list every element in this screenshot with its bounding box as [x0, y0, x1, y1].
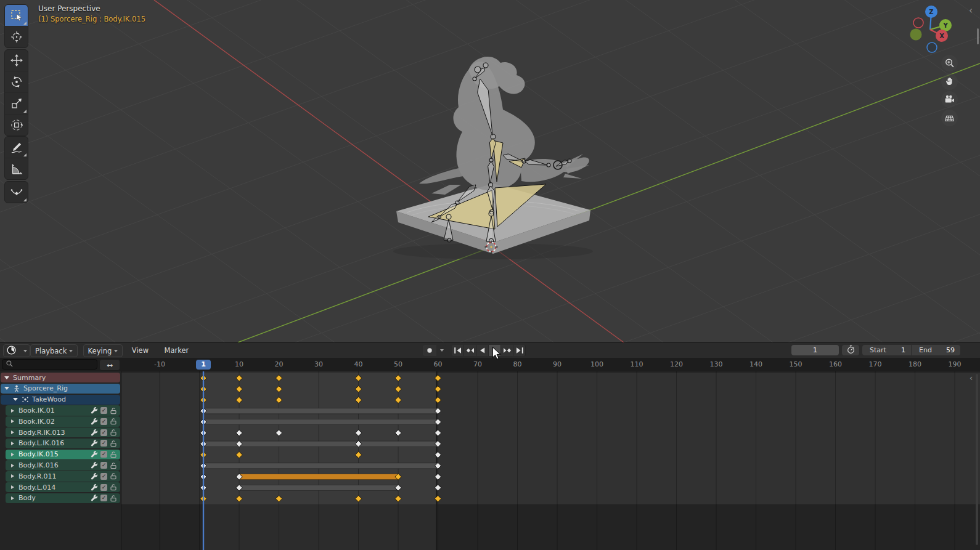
selected-hold-bar[interactable]	[239, 474, 398, 480]
expand--triangle-icon[interactable]	[11, 419, 14, 423]
frame-range-fields: Start 1 End 59	[862, 345, 960, 355]
mute-checkbox[interactable]: ✓	[100, 462, 107, 469]
lock-open-icon[interactable]	[110, 462, 117, 469]
lock-open-icon[interactable]	[110, 407, 117, 415]
viewport-scrollbar[interactable]	[977, 28, 979, 44]
editor-type-button[interactable]	[3, 344, 30, 357]
tool-scale-button[interactable]	[5, 92, 28, 114]
expand--triangle-icon[interactable]	[11, 442, 14, 445]
tool-rotate-button[interactable]	[5, 71, 28, 92]
channel-Body.L.014[interactable]: Body.L.014✓	[6, 482, 120, 492]
modifier-wrench-icon[interactable]	[90, 494, 98, 502]
auto-keying-dropdown[interactable]	[437, 345, 446, 356]
hold-bar[interactable]	[203, 463, 438, 469]
previous-keyframe-button[interactable]	[464, 345, 476, 356]
current-frame-field[interactable]: 1	[791, 345, 839, 355]
mute-checkbox[interactable]: ✓	[100, 495, 107, 501]
next-keyframe-button[interactable]	[501, 345, 513, 356]
jump-to-start-button[interactable]	[452, 345, 464, 356]
mute-checkbox[interactable]: ✓	[100, 440, 107, 447]
expand-collapse-triangle-icon[interactable]	[13, 398, 18, 401]
tool-move-button[interactable]	[5, 50, 28, 71]
lock-open-icon[interactable]	[110, 418, 117, 425]
lock-open-icon[interactable]	[110, 483, 117, 491]
expand--triangle-icon[interactable]	[11, 409, 14, 413]
channel-Body.IK.016[interactable]: Body.IK.016✓	[6, 460, 120, 470]
expand--triangle-icon[interactable]	[11, 464, 14, 467]
modifier-wrench-icon[interactable]	[90, 472, 98, 480]
modifier-wrench-icon[interactable]	[90, 439, 98, 447]
channel-Book.IK.02[interactable]: Book.IK.02✓	[6, 416, 120, 426]
pan-button[interactable]	[941, 73, 958, 90]
mute-checkbox[interactable]: ✓	[100, 407, 107, 414]
channel-Body[interactable]: Body✓	[6, 493, 120, 503]
mute-checkbox[interactable]: ✓	[100, 484, 107, 491]
chevron-down-icon	[69, 350, 73, 352]
hold-bar[interactable]	[203, 408, 438, 414]
3d-viewport[interactable]: User Perspective (1) Sporcere_Rig : Body…	[0, 0, 980, 342]
expand--triangle-icon[interactable]	[11, 496, 14, 500]
lock-open-icon[interactable]	[110, 429, 117, 436]
expand--triangle-icon[interactable]	[11, 485, 14, 489]
tool-cursor-3d-button[interactable]	[5, 26, 28, 47]
end-frame-field[interactable]: End 59	[912, 346, 960, 354]
channel-TakeWood[interactable]: TakeWood	[1, 395, 120, 405]
mute-checkbox[interactable]: ✓	[100, 451, 107, 458]
modifier-wrench-icon[interactable]	[90, 461, 98, 469]
expand--triangle-icon[interactable]	[11, 453, 14, 456]
tool-annotate-button[interactable]	[5, 137, 28, 158]
timeline-collapse-chevron-icon[interactable]: ‹	[970, 374, 973, 382]
lock-open-icon[interactable]	[110, 440, 117, 447]
play-reverse-button[interactable]	[476, 345, 489, 356]
expand--triangle-icon[interactable]	[11, 474, 14, 478]
channel-Body.L.IK.016[interactable]: Body.L.IK.016✓	[6, 439, 120, 448]
menu-view[interactable]: View	[128, 344, 153, 356]
tool-curve-pen-button[interactable]	[5, 182, 28, 203]
channel-Summary[interactable]: Summary	[1, 373, 120, 382]
timeline-ruler[interactable]: -101020304050607080901001101201301401501…	[121, 358, 980, 371]
mute-checkbox[interactable]: ✓	[100, 418, 107, 425]
zoom-button[interactable]	[941, 55, 958, 71]
jump-to-end-button[interactable]	[513, 345, 526, 356]
lock-open-icon[interactable]	[110, 451, 117, 458]
filter-toggle-button[interactable]: ↔	[99, 359, 120, 371]
lock-open-icon[interactable]	[110, 472, 117, 480]
sidebar-collapse-chevron-icon[interactable]: ‹	[969, 6, 973, 15]
mute-checkbox[interactable]: ✓	[100, 429, 107, 436]
play-button[interactable]	[489, 345, 501, 356]
auto-keying-record-button[interactable]	[423, 345, 436, 356]
timeline-scrollbar[interactable]	[976, 374, 978, 545]
camera-view-button[interactable]	[941, 91, 958, 108]
current-frame-indicator[interactable]: 1	[196, 360, 211, 370]
modifier-wrench-icon[interactable]	[90, 483, 98, 491]
hold-bar[interactable]	[203, 419, 438, 425]
modifier-wrench-icon[interactable]	[90, 450, 98, 458]
channel-Book.IK.01[interactable]: Book.IK.01✓	[6, 405, 120, 415]
toggle-projection-button[interactable]	[941, 110, 958, 126]
expand-collapse-triangle-icon[interactable]	[4, 387, 9, 390]
channel-Body.R.IK.013[interactable]: Body.R.IK.013✓	[6, 427, 120, 437]
use-preview-range-button[interactable]	[842, 345, 859, 355]
modifier-wrench-icon[interactable]	[90, 418, 98, 426]
channel-Body.R.011[interactable]: Body.R.011✓	[6, 471, 120, 481]
channel-Sporcere_Rig[interactable]: Sporcere_Rig	[1, 384, 120, 394]
tool-transform-button[interactable]	[5, 114, 28, 135]
menu-marker[interactable]: Marker	[160, 344, 194, 356]
lock-open-icon[interactable]	[110, 495, 117, 502]
tool-tweak-select-box-button[interactable]	[5, 5, 28, 26]
expand-collapse-triangle-icon[interactable]	[4, 376, 9, 379]
channel-Body.IK.015[interactable]: Body.IK.015✓	[6, 450, 120, 459]
keyframe-area[interactable]	[0, 371, 980, 550]
start-frame-field[interactable]: Start 1	[862, 346, 911, 354]
tool-measure-button[interactable]	[5, 158, 28, 179]
menu-playback[interactable]: Playback	[30, 344, 78, 357]
navigation-gizmo[interactable]: ZYX	[901, 1, 960, 60]
modifier-wrench-icon[interactable]	[90, 429, 98, 437]
expand--triangle-icon[interactable]	[11, 431, 14, 434]
menu-keying[interactable]: Keying	[83, 344, 123, 357]
hold-bar[interactable]	[239, 485, 398, 490]
mute-checkbox[interactable]: ✓	[100, 473, 107, 480]
modifier-wrench-icon[interactable]	[90, 406, 98, 415]
channel-search-input[interactable]	[2, 359, 97, 370]
viewport-canvas[interactable]	[0, 0, 980, 342]
